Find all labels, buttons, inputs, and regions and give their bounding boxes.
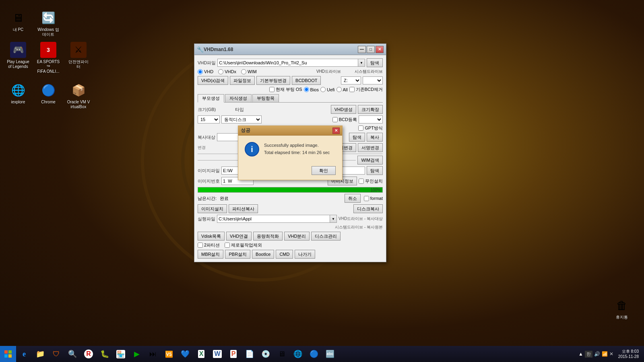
taskbar-icon-word[interactable]: W bbox=[209, 346, 225, 362]
word-taskbar-icon: W bbox=[213, 350, 221, 358]
play-taskbar-icon: ▶ bbox=[134, 350, 140, 358]
v-taskbar-icon: 🆚 bbox=[165, 350, 173, 358]
chrome-taskbar-icon: 🔵 bbox=[310, 350, 318, 358]
taskbar-icon-worm[interactable]: 🐛 bbox=[97, 346, 113, 362]
taskbar-icon-net[interactable]: 🌐 bbox=[290, 346, 306, 362]
ea-sports-label: EA SPORTS™FIFA ONLI... bbox=[36, 59, 61, 74]
ppt-taskbar-icon: P bbox=[230, 350, 237, 358]
desktop: 🖥 내 PC 🔄 Windows 업데이트 🎮 Play Leagueof Le… bbox=[0, 0, 644, 346]
search-taskbar-icon: 🔍 bbox=[68, 350, 77, 358]
windows-update-label: Windows 업데이트 bbox=[36, 27, 61, 37]
taskbar-icon-store[interactable]: 🏪 bbox=[113, 346, 129, 362]
tray-network-icon[interactable]: 📶 bbox=[602, 351, 608, 357]
dungeon-label: 던전앤파이터 bbox=[66, 59, 91, 70]
virtualbox-label: Oracle VM VirtualBox bbox=[66, 99, 91, 110]
ie-label: iexplore bbox=[10, 99, 26, 105]
dialog-content: i Successfully applied image. Total elap… bbox=[238, 136, 342, 163]
worm-taskbar-icon: 🐛 bbox=[100, 350, 109, 358]
taskbar-icon-search[interactable]: 🔍 bbox=[64, 346, 80, 362]
windows-update-icon: 🔄 bbox=[40, 10, 56, 26]
pdf-taskbar-icon: 📄 bbox=[245, 350, 254, 358]
league-icon: 🎮 bbox=[10, 42, 26, 58]
taskbar-icon-security[interactable]: 🛡 bbox=[48, 346, 64, 362]
desktop-icon-dungeon[interactable]: ⚔ 던전앤파이터 bbox=[64, 40, 93, 71]
dialog-message-line2: Total elapsed time: 14 min 26 sec bbox=[264, 149, 330, 156]
desktop-icon-league[interactable]: 🎮 Play Leagueof Legends bbox=[4, 40, 32, 71]
desktop-icon-windows-update[interactable]: 🔄 Windows 업데이트 bbox=[34, 8, 62, 39]
blue-taskbar-icon: 💙 bbox=[181, 350, 190, 358]
lang-taskbar-icon: 🔤 bbox=[326, 350, 334, 358]
dialog-ok-button[interactable]: 확인 bbox=[312, 166, 336, 175]
league-label: Play Leagueof Legends bbox=[6, 59, 30, 70]
tray-date-display: 2015-11-28 bbox=[618, 354, 639, 359]
tray-clock: 오후 8:03 2015-11-28 bbox=[615, 349, 642, 359]
disc-taskbar-icon: 💿 bbox=[261, 350, 270, 358]
dialog-footer: 확인 bbox=[238, 163, 342, 180]
svg-rect-0 bbox=[4, 350, 8, 354]
success-dialog: 성공 ✕ i Successfully applied image. Total… bbox=[238, 125, 343, 180]
tray-time-display: 오후 8:03 bbox=[618, 349, 639, 354]
taskbar-icon-pdf[interactable]: 📄 bbox=[242, 346, 258, 362]
dialog-message-line1: Successfully applied image. bbox=[264, 142, 330, 149]
my-pc-icon: 🖥 bbox=[10, 10, 26, 26]
dialog-message: Successfully applied image. Total elapse… bbox=[264, 142, 330, 156]
svg-rect-1 bbox=[8, 350, 12, 354]
svg-rect-3 bbox=[8, 354, 12, 358]
dialog-titlebar: 성공 ✕ bbox=[238, 126, 342, 136]
taskbar-icon-lang[interactable]: 🔤 bbox=[322, 346, 338, 362]
security-taskbar-icon: 🛡 bbox=[53, 350, 60, 358]
virtualbox-icon: 📦 bbox=[70, 82, 87, 98]
taskbar-icon-v[interactable]: 🆚 bbox=[161, 346, 177, 362]
dialog-overlay: 성공 ✕ i Successfully applied image. Total… bbox=[194, 44, 386, 262]
windows-logo-icon bbox=[4, 350, 12, 358]
store-taskbar-icon: 🏪 bbox=[116, 350, 125, 358]
desktop-icon-my-pc[interactable]: 🖥 내 PC bbox=[4, 8, 32, 34]
r-taskbar-icon: R bbox=[84, 350, 93, 358]
taskbar-icon-excel[interactable]: X bbox=[193, 346, 209, 362]
taskbar-icon-folder[interactable]: 📁 bbox=[32, 346, 48, 362]
pc-taskbar-icon: 🖥 bbox=[278, 350, 285, 358]
desktop-icon-virtualbox[interactable]: 📦 Oracle VM VirtualBox bbox=[64, 80, 93, 111]
taskbar-icon-ie[interactable]: e bbox=[16, 346, 32, 362]
excel-taskbar-icon: X bbox=[198, 350, 205, 358]
ie-icon: 🌐 bbox=[10, 82, 26, 98]
taskbar-icon-disc[interactable]: 💿 bbox=[258, 346, 274, 362]
chrome-icon: 🔵 bbox=[40, 82, 56, 98]
recycle-bin-icon: 🗑 bbox=[614, 297, 630, 313]
taskbar-icon-r[interactable]: R bbox=[80, 346, 97, 362]
ie-taskbar-icon: e bbox=[23, 350, 26, 358]
dialog-title: 성공 bbox=[241, 127, 332, 134]
taskbar-pinned-icons: e 📁 🛡 🔍 R 🐛 🏪 ▶ ⏭ 🆚 💙 bbox=[16, 346, 338, 362]
tray-lang-icon[interactable]: 한 bbox=[585, 351, 592, 358]
taskbar-icon-chrome-tb[interactable]: 🔵 bbox=[306, 346, 322, 362]
dialog-close-button[interactable]: ✕ bbox=[332, 128, 340, 134]
my-pc-label: 내 PC bbox=[12, 27, 25, 33]
ea-sports-icon: 3 bbox=[40, 42, 56, 58]
taskbar-tray: ▲ 한 🔊 📶 ✕ 오후 8:03 2015-11-28 bbox=[576, 349, 644, 359]
desktop-icon-recycle-bin[interactable]: 🗑 휴지통 bbox=[608, 296, 636, 322]
recycle-bin-label: 휴지통 bbox=[615, 315, 629, 320]
taskbar: e 📁 🛡 🔍 R 🐛 🏪 ▶ ⏭ 🆚 💙 bbox=[0, 346, 644, 362]
tray-volume-icon[interactable]: 🔊 bbox=[594, 351, 600, 357]
svg-rect-2 bbox=[4, 354, 8, 358]
chrome-label: Chrome bbox=[40, 99, 56, 105]
taskbar-icon-ppt[interactable]: P bbox=[225, 346, 242, 362]
taskbar-icon-skip[interactable]: ⏭ bbox=[145, 346, 161, 362]
tray-x-icon[interactable]: ✕ bbox=[609, 351, 613, 357]
taskbar-icon-play[interactable]: ▶ bbox=[129, 346, 145, 362]
desktop-icon-ea-sports[interactable]: 3 EA SPORTS™FIFA ONLI... bbox=[34, 40, 62, 76]
net-taskbar-icon: 🌐 bbox=[293, 350, 302, 358]
tray-expand-icon[interactable]: ▲ bbox=[578, 351, 583, 357]
dungeon-icon: ⚔ bbox=[70, 42, 87, 58]
taskbar-icon-pc[interactable]: 🖥 bbox=[274, 346, 290, 362]
folder-taskbar-icon: 📁 bbox=[36, 350, 45, 358]
vhdman-window: 🔧 VHDman1.68 — □ ✕ VHD파일 ▼ 탐색 bbox=[194, 43, 386, 262]
dialog-info-icon: i bbox=[245, 142, 259, 156]
desktop-icon-ie[interactable]: 🌐 iexplore bbox=[4, 80, 32, 107]
desktop-icon-chrome[interactable]: 🔵 Chrome bbox=[34, 80, 62, 107]
skip-taskbar-icon: ⏭ bbox=[149, 350, 157, 358]
start-button[interactable] bbox=[0, 346, 16, 362]
taskbar-icon-blue[interactable]: 💙 bbox=[177, 346, 193, 362]
